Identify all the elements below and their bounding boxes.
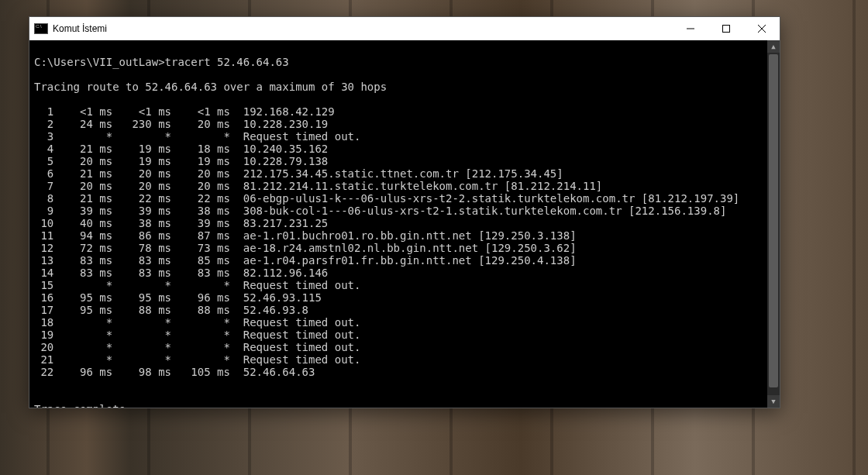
tracing-line: Tracing route to 52.46.64.63 over a maxi…: [34, 81, 387, 93]
close-button[interactable]: [744, 17, 780, 40]
terminal-output[interactable]: C:\Users\VII_outLaw>tracert 52.46.64.63 …: [29, 40, 767, 408]
scroll-thumb[interactable]: [769, 54, 778, 387]
titlebar[interactable]: Komut İstemi: [29, 17, 780, 40]
svg-rect-1: [723, 26, 730, 33]
scrollbar[interactable]: ▲ ▼: [767, 40, 780, 408]
window-title: Komut İstemi: [53, 23, 673, 34]
hops-list: 1 <1 ms <1 ms <1 ms 192.168.42.129 2 24 …: [34, 105, 763, 378]
trace-complete: Trace complete.: [34, 403, 132, 408]
scroll-up-button[interactable]: ▲: [767, 40, 780, 53]
window-controls: [673, 17, 780, 40]
command-prompt-window: Komut İstemi C:\Users\VII_outLaw>tracert…: [29, 16, 780, 408]
minimize-button[interactable]: [673, 17, 708, 40]
scroll-down-button[interactable]: ▼: [767, 395, 780, 408]
svg-line-3: [758, 25, 766, 33]
prompt-line: C:\Users\VII_outLaw>tracert 52.46.64.63: [34, 56, 289, 68]
svg-line-2: [758, 25, 766, 33]
terminal-area: C:\Users\VII_outLaw>tracert 52.46.64.63 …: [29, 40, 780, 408]
maximize-button[interactable]: [708, 17, 744, 40]
cmd-icon: [29, 23, 53, 34]
